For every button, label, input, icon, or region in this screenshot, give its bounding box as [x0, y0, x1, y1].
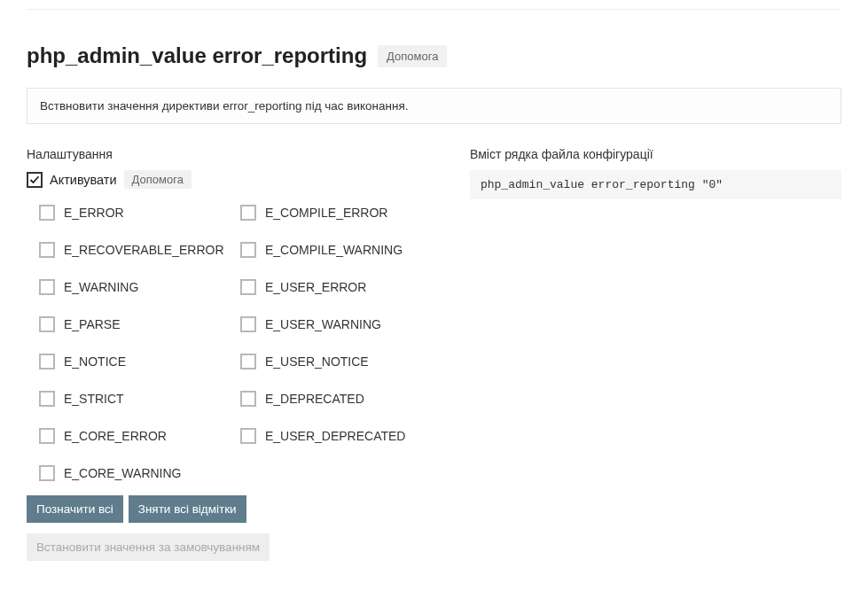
- top-divider: [27, 9, 841, 10]
- option-e_deprecated: E_DEPRECATED: [240, 391, 434, 407]
- option-checkbox[interactable]: [39, 279, 55, 295]
- option-label: E_STRICT: [64, 392, 124, 406]
- option-checkbox[interactable]: [240, 205, 256, 221]
- check-icon: [29, 175, 40, 185]
- option-e_recoverable_error: E_RECOVERABLE_ERROR: [39, 242, 233, 258]
- activate-help-button[interactable]: Допомога: [124, 170, 192, 189]
- settings-label: Налаштування: [27, 147, 434, 161]
- select-all-button[interactable]: Позначити всі: [27, 495, 123, 523]
- option-checkbox[interactable]: [39, 428, 55, 444]
- activate-row: Активувати Допомога: [27, 170, 434, 189]
- option-e_compile_warning: E_COMPILE_WARNING: [240, 242, 434, 258]
- option-label: E_COMPILE_ERROR: [265, 206, 387, 220]
- option-e_core_error: E_CORE_ERROR: [39, 428, 233, 444]
- reset-default-button[interactable]: Встановити значення за замовчуванням: [27, 533, 270, 561]
- option-label: E_CORE_WARNING: [64, 466, 182, 480]
- option-label: E_RECOVERABLE_ERROR: [64, 243, 224, 257]
- title-row: php_admin_value error_reporting Допомога: [27, 43, 841, 68]
- option-checkbox[interactable]: [240, 242, 256, 258]
- option-checkbox[interactable]: [39, 205, 55, 221]
- bulk-button-row: Позначити всі Зняти всі відмітки: [27, 495, 434, 523]
- option-checkbox[interactable]: [39, 354, 55, 370]
- option-e_user_deprecated: E_USER_DEPRECATED: [240, 428, 434, 444]
- option-checkbox[interactable]: [39, 242, 55, 258]
- option-e_warning: E_WARNING: [39, 279, 233, 295]
- option-e_core_warning: E_CORE_WARNING: [39, 465, 233, 481]
- option-label: E_USER_DEPRECATED: [265, 429, 405, 443]
- option-checkbox[interactable]: [240, 391, 256, 407]
- config-line-label: Вміст рядка файла конфігурації: [470, 147, 841, 161]
- config-line-value: php_admin_value error_reporting "0": [470, 170, 841, 199]
- activate-label: Активувати: [50, 173, 117, 187]
- deselect-all-button[interactable]: Зняти всі відмітки: [129, 495, 246, 523]
- option-label: E_USER_NOTICE: [265, 354, 369, 369]
- option-e_user_warning: E_USER_WARNING: [240, 316, 434, 332]
- option-label: E_PARSE: [64, 317, 121, 331]
- option-label: E_ERROR: [64, 206, 124, 220]
- option-e_strict: E_STRICT: [39, 391, 233, 407]
- option-label: E_WARNING: [64, 280, 138, 294]
- option-checkbox[interactable]: [240, 279, 256, 295]
- option-label: E_CORE_ERROR: [64, 429, 167, 443]
- option-e_notice: E_NOTICE: [39, 354, 233, 370]
- option-e_parse: E_PARSE: [39, 316, 233, 332]
- option-label: E_USER_ERROR: [265, 280, 366, 294]
- option-checkbox[interactable]: [240, 354, 256, 370]
- option-label: E_COMPILE_WARNING: [265, 243, 403, 257]
- help-button[interactable]: Допомога: [378, 45, 447, 67]
- option-checkbox[interactable]: [240, 428, 256, 444]
- option-e_user_notice: E_USER_NOTICE: [240, 354, 434, 370]
- option-checkbox[interactable]: [39, 465, 55, 481]
- description-box: Вствновити значення директиви error_repo…: [27, 88, 841, 124]
- activate-checkbox[interactable]: [27, 172, 43, 188]
- option-e_user_error: E_USER_ERROR: [240, 279, 434, 295]
- option-label: E_NOTICE: [64, 354, 126, 369]
- option-e_compile_error: E_COMPILE_ERROR: [240, 205, 434, 221]
- option-checkbox[interactable]: [39, 316, 55, 332]
- option-label: E_DEPRECATED: [265, 392, 364, 406]
- option-e_error: E_ERROR: [39, 205, 233, 221]
- error-options-grid: E_ERRORE_COMPILE_ERRORE_RECOVERABLE_ERRO…: [39, 205, 434, 481]
- option-label: E_USER_WARNING: [265, 317, 381, 331]
- option-checkbox[interactable]: [39, 391, 55, 407]
- page-title: php_admin_value error_reporting: [27, 43, 367, 68]
- option-checkbox[interactable]: [240, 316, 256, 332]
